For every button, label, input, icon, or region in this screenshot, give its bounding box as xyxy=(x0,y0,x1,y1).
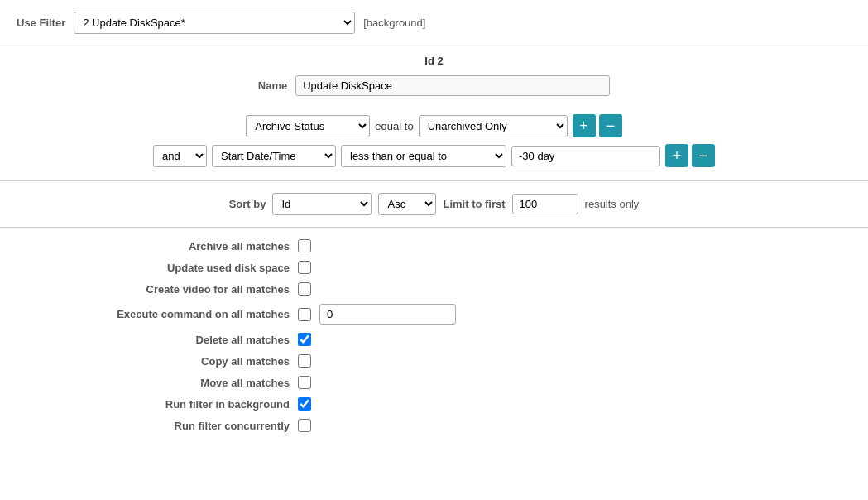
copy-all-row: Copy all matches xyxy=(99,354,851,368)
use-filter-label: Use Filter xyxy=(17,17,65,29)
filter1-btn-group: + − xyxy=(573,114,622,137)
move-all-row: Move all matches xyxy=(99,376,851,389)
execute-command-label: Execute command on all matches xyxy=(99,308,290,320)
run-background-row: Run filter in background xyxy=(99,397,851,411)
create-video-label: Create video for all matches xyxy=(99,283,290,296)
filter-row-1: Archive Status equal to Unarchived Only … xyxy=(246,114,621,137)
filter2-operator-select[interactable]: less than or equal to xyxy=(341,145,506,167)
create-video-row: Create video for all matches xyxy=(99,282,851,296)
filter1-op-label: equal to xyxy=(375,120,413,132)
filter1-add-button[interactable]: + xyxy=(573,114,596,137)
copy-all-checkbox[interactable] xyxy=(298,354,311,368)
id-value: 2 xyxy=(437,55,443,67)
filter2-btn-group: + − xyxy=(665,144,715,167)
use-filter-row: Use Filter 2 Update DiskSpace* [backgrou… xyxy=(0,0,868,46)
filter1-value-select[interactable]: Unarchived Only xyxy=(419,115,568,137)
filter1-field-select[interactable]: Archive Status xyxy=(246,115,370,137)
filter1-remove-button[interactable]: − xyxy=(599,114,622,137)
archive-all-row: Archive all matches xyxy=(99,239,851,252)
filter2-value-input[interactable] xyxy=(511,146,660,166)
background-tag: [background] xyxy=(363,17,425,29)
run-background-checkbox[interactable] xyxy=(298,397,311,411)
name-label: Name xyxy=(258,79,287,92)
delete-all-checkbox[interactable] xyxy=(298,333,311,346)
run-concurrently-label: Run filter concurrently xyxy=(99,420,290,432)
id-label: Id xyxy=(424,55,437,67)
filter2-remove-button[interactable]: − xyxy=(692,144,715,167)
id-row: Id 2 xyxy=(424,55,443,67)
filter2-and-select[interactable]: and xyxy=(153,145,207,167)
use-filter-select[interactable]: 2 Update DiskSpace* xyxy=(74,12,355,34)
filter-section: Archive Status equal to Unarchived Only … xyxy=(0,108,868,180)
sort-field-select[interactable]: Id xyxy=(272,193,372,215)
name-row: Name xyxy=(258,75,610,96)
filter2-add-button[interactable]: + xyxy=(665,144,688,167)
limit-label: Limit to first xyxy=(443,198,505,210)
archive-all-label: Archive all matches xyxy=(99,240,290,252)
limit-input[interactable] xyxy=(512,194,578,214)
execute-command-row: Execute command on all matches xyxy=(99,304,851,325)
delete-all-label: Delete all matches xyxy=(99,334,290,346)
move-all-checkbox[interactable] xyxy=(298,376,311,389)
delete-all-row: Delete all matches xyxy=(99,333,851,346)
sort-by-label: Sort by xyxy=(229,198,266,210)
execute-command-checkbox[interactable] xyxy=(298,308,311,321)
archive-all-checkbox[interactable] xyxy=(298,239,311,252)
create-video-checkbox[interactable] xyxy=(298,282,311,296)
run-background-label: Run filter in background xyxy=(99,398,290,411)
update-disk-label: Update used disk space xyxy=(99,262,290,274)
run-concurrently-row: Run filter concurrently xyxy=(99,419,851,432)
sort-section: Sort by Id Asc Limit to first results on… xyxy=(0,181,868,227)
filter2-field-select[interactable]: Start Date/Time xyxy=(212,145,336,167)
update-disk-row: Update used disk space xyxy=(99,261,851,274)
actions-section: Archive all matches Update used disk spa… xyxy=(0,228,868,449)
name-input[interactable] xyxy=(295,75,610,96)
move-all-label: Move all matches xyxy=(99,377,290,389)
results-label: results only xyxy=(585,198,640,210)
sort-direction-select[interactable]: Asc xyxy=(378,193,436,215)
update-disk-checkbox[interactable] xyxy=(298,261,311,274)
filter-row-2: and Start Date/Time less than or equal t… xyxy=(153,144,715,167)
copy-all-label: Copy all matches xyxy=(99,355,290,368)
execute-command-input[interactable] xyxy=(319,304,456,325)
run-concurrently-checkbox[interactable] xyxy=(298,419,311,432)
id-name-section: Id 2 Name xyxy=(0,46,868,108)
